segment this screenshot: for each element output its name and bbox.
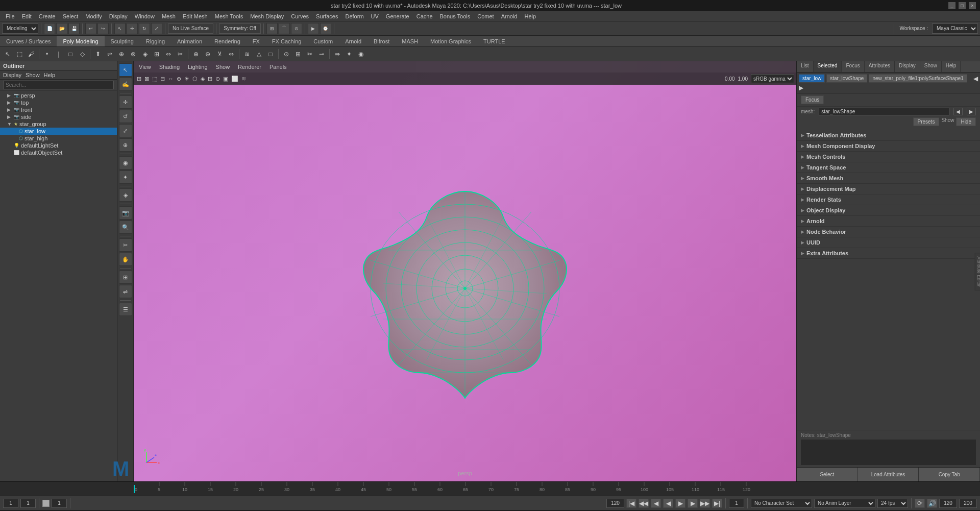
no-live-surface-button[interactable]: No Live Surface — [168, 23, 213, 34]
menu-window[interactable]: Window — [131, 12, 158, 20]
menu-mesh-tools[interactable]: Mesh Tools — [211, 12, 247, 20]
tab-rendering[interactable]: Rendering — [208, 36, 247, 46]
triangulate-btn[interactable]: △ — [253, 48, 264, 60]
snap-point-button[interactable]: ⊙ — [291, 23, 302, 34]
menu-create[interactable]: Create — [35, 12, 59, 20]
camera-tool-btn[interactable]: 📷 — [119, 206, 132, 220]
lasso-btn[interactable]: ⬚ — [14, 48, 25, 60]
copy-tab-button[interactable]: Copy Tab — [919, 468, 980, 481]
vp-icon-9[interactable]: ◈ — [200, 76, 206, 82]
range-end-input[interactable] — [939, 499, 957, 508]
menu-file[interactable]: File — [2, 12, 18, 20]
vp-icon-13[interactable]: ⬜ — [230, 76, 239, 82]
universal-manip-btn[interactable]: ⊕ — [119, 138, 132, 152]
node-tab-star-low[interactable]: star_low — [799, 74, 825, 83]
menu-mesh[interactable]: Mesh — [158, 12, 179, 20]
viewport-canvas[interactable]: x y z persp — [134, 85, 796, 481]
vp-icon-11[interactable]: ⊙ — [214, 76, 221, 82]
attr-tab-help[interactable]: Help — [942, 61, 961, 72]
play-back-btn[interactable]: ◀ — [663, 499, 673, 508]
attr-tab-show[interactable]: Show — [920, 61, 942, 72]
node-tab-poly-surface[interactable]: new_star_poly_file1:polySurfaceShape1 — [869, 74, 967, 83]
timeline[interactable]: 0 5 10 15 20 25 30 35 40 — [0, 481, 980, 496]
tab-mash[interactable]: MASH — [396, 36, 424, 46]
paint-select-tool-btn[interactable]: ✍ — [119, 78, 132, 91]
tree-item-front[interactable]: ▶ 📷 front — [0, 106, 117, 113]
vp-shading-menu[interactable]: Shading — [157, 64, 182, 70]
close-button[interactable]: × — [969, 2, 976, 9]
tree-item-default-light-set[interactable]: 💡 defaultLightSet — [0, 142, 117, 149]
play-forward-btn[interactable]: ▶ — [675, 499, 685, 508]
render-button[interactable]: ▶ — [308, 23, 319, 34]
move-tool-btn[interactable]: ✛ — [119, 95, 132, 109]
attr-input-nav-prev[interactable]: ◀ — [953, 108, 963, 115]
unfold-btn[interactable]: ⊙ — [281, 48, 292, 60]
attr-tab-focus[interactable]: Focus — [842, 61, 864, 72]
attr-section-object-display-header[interactable]: ▶ Object Display — [797, 205, 980, 215]
tab-rigging[interactable]: Rigging — [140, 36, 171, 46]
attr-tab-attributes[interactable]: Attributes — [865, 61, 895, 72]
attr-tab-selected[interactable]: Selected — [814, 61, 842, 72]
focus-button[interactable]: Focus — [801, 95, 824, 104]
vp-icon-8[interactable]: ⬡ — [191, 76, 199, 82]
quadrangulate-btn[interactable]: □ — [265, 48, 276, 60]
tab-curves-surfaces[interactable]: Curves / Surfaces — [0, 36, 57, 46]
rotate-tool-btn[interactable]: ↺ — [119, 110, 132, 123]
step-forward-btn[interactable]: ▶▶ — [700, 499, 710, 508]
menu-deform[interactable]: Deform — [341, 12, 367, 20]
grab-tool-btn[interactable]: ✋ — [119, 253, 132, 266]
attr-section-smooth-mesh-header[interactable]: ▶ Smooth Mesh — [797, 173, 980, 183]
go-start-btn[interactable]: |◀ — [626, 499, 636, 508]
menu-curves[interactable]: Curves — [287, 12, 312, 20]
tree-item-star-low[interactable]: ⬡ star_low — [0, 128, 117, 135]
scale-tool-btn[interactable]: ⤢ — [119, 124, 132, 137]
attr-section-tessellation-header[interactable]: ▶ Tessellation Attributes — [797, 130, 980, 140]
edge-mode-btn[interactable]: | — [53, 48, 64, 60]
attr-section-displacement-header[interactable]: ▶ Displacement Map — [797, 184, 980, 194]
outliner-help-menu[interactable]: Help — [44, 72, 56, 78]
tab-animation[interactable]: Animation — [171, 36, 208, 46]
color-block-btn[interactable] — [42, 500, 50, 507]
attr-side-tab[interactable]: Attribute Editor — [975, 253, 980, 290]
vp-icon-7[interactable]: ☀ — [183, 76, 190, 82]
vp-panels-menu[interactable]: Panels — [267, 64, 289, 70]
playback-speed-input[interactable] — [729, 499, 744, 508]
snap-grid-button[interactable]: ⊞ — [266, 23, 278, 34]
multi-cut-btn[interactable]: ✂ — [175, 48, 186, 60]
tree-item-default-object-set[interactable]: ⬜ defaultObjectSet — [0, 149, 117, 156]
undo-button[interactable]: ↩ — [85, 23, 96, 34]
redo-button[interactable]: ↪ — [97, 23, 109, 34]
paint-select-btn[interactable]: 🖌 — [26, 48, 37, 60]
tab-sculpting[interactable]: Sculpting — [105, 36, 140, 46]
vp-icon-1[interactable]: ⊞ — [136, 76, 142, 82]
menu-mesh-display[interactable]: Mesh Display — [247, 12, 287, 20]
audio-btn[interactable]: 🔊 — [927, 499, 937, 508]
go-end-btn[interactable]: ▶| — [712, 499, 722, 508]
prev-frame-btn[interactable]: ◀ — [651, 499, 661, 508]
attr-section-extra-header[interactable]: ▶ Extra Attributes — [797, 248, 980, 258]
hide-button[interactable]: Hide — [956, 117, 976, 126]
nav-prev-btn[interactable]: ◀ — [973, 74, 978, 83]
layout-btn[interactable]: ⊞ — [292, 48, 304, 60]
menu-cache[interactable]: Cache — [413, 12, 436, 20]
select-tool-btn[interactable]: ↖ — [119, 63, 132, 77]
vp-icon-6[interactable]: ⊕ — [176, 76, 182, 82]
restore-button[interactable]: □ — [959, 2, 966, 9]
tree-item-star-high[interactable]: ⬡ star_high — [0, 135, 117, 142]
vp-icon-14[interactable]: ≋ — [240, 76, 247, 82]
frame-box-input[interactable] — [52, 499, 67, 508]
scale-tool[interactable]: ⤢ — [151, 23, 162, 34]
menu-select[interactable]: Select — [59, 12, 82, 20]
select-tool[interactable]: ↖ — [114, 23, 126, 34]
frame-current-input[interactable] — [20, 499, 36, 508]
frame-end-anim-input[interactable] — [606, 499, 624, 508]
vp-icon-4[interactable]: ⊟ — [159, 76, 166, 82]
attr-section-node-behavior-header[interactable]: ▶ Node Behavior — [797, 227, 980, 237]
slide-edge-btn[interactable]: ⇔ — [163, 48, 174, 60]
select-button[interactable]: Select — [797, 468, 858, 481]
menu-modify[interactable]: Modify — [82, 12, 105, 20]
save-scene-button[interactable]: 💾 — [68, 23, 80, 34]
vp-renderer-menu[interactable]: Renderer — [236, 64, 263, 70]
open-scene-button[interactable]: 📂 — [56, 23, 67, 34]
frame-start-input[interactable] — [3, 499, 18, 508]
